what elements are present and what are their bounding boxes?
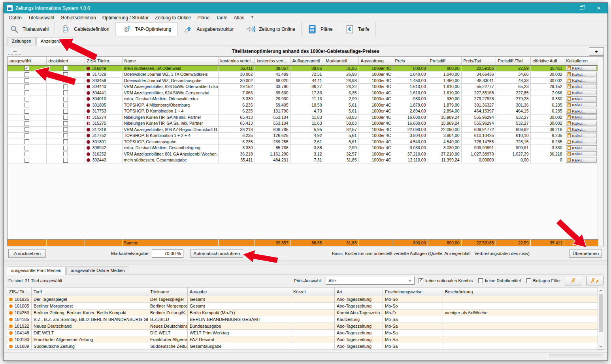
ausgewaehlt-checkbox[interactable] [25, 84, 29, 89]
menu-plaene[interactable]: Pläne [194, 14, 213, 21]
optimizer-row[interactable]: 317329Odenwälder Journal WZ, 1 TA Odenwa… [8, 71, 598, 78]
uebernehmen-button[interactable]: Übernehmen [570, 249, 602, 258]
kalkulieren-button[interactable]: Kalkul... [566, 158, 597, 163]
selection-vertical-scrollbar[interactable] [598, 287, 604, 350]
ausgewaehlt-checkbox[interactable] [25, 115, 29, 120]
menu-daten[interactable]: Daten [6, 14, 25, 21]
optimizer-row[interactable]: 301801TOPSHOP, Gesamtausgabe6.235239.255… [8, 139, 598, 145]
selection-column-header[interactable]: Tarif [32, 287, 148, 296]
optimizer-column-header[interactable]: Preis [393, 57, 428, 65]
selection-column-header[interactable]: Beschränkung [443, 287, 598, 296]
menu-zeitung-to-online[interactable]: Zeitung to Online [152, 14, 194, 21]
ausgewaehlt-checkbox[interactable] [25, 139, 29, 144]
selection-column-header[interactable]: Art [335, 287, 383, 296]
kalkulieren-button[interactable]: Kalkul... [566, 139, 597, 144]
checkbox-icon[interactable] [526, 278, 531, 283]
scroll-up-icon[interactable] [598, 287, 604, 293]
kalkulieren-button[interactable]: Kalkul... [566, 151, 597, 156]
optimizer-row[interactable]: 316252VRM Anzeigenblätter, 801 GA Anzeig… [8, 151, 598, 157]
optimizer-column-header[interactable]: kostenlos vert... [255, 57, 290, 65]
deaktiviert-checkbox[interactable] [63, 72, 68, 77]
selection-row[interactable]: 104250Berliner Zeitung, Berliner Kurier:… [7, 310, 598, 316]
optimizer-row[interactable]: 309942extra, DiesbachMedien, Gesamtbeleg… [8, 145, 598, 151]
deaktiviert-checkbox[interactable] [63, 139, 68, 144]
deaktiviert-checkbox[interactable] [63, 121, 68, 126]
automatisch-ausfuehren-button[interactable]: Automatisch ausführen [190, 249, 243, 258]
toolbar-tab-gebietsdefinition[interactable]: Gebietsdefinition [55, 22, 115, 36]
ausgewaehlt-checkbox[interactable] [25, 133, 29, 138]
tab-ausgewaehlte-print-medien[interactable]: ausgewählte Print-Medien [7, 266, 66, 275]
optimizer-column-header[interactable]: Kalkulieren [564, 57, 598, 65]
optimizer-vertical-scrollbar[interactable] [598, 57, 603, 246]
restore-icon[interactable] [573, 3, 590, 13]
ausgewaehlt-checkbox[interactable] [25, 103, 29, 107]
kalkulieren-button[interactable]: Kalkul... [566, 102, 597, 107]
selection-row[interactable]: 101925Der TagesspiegelDer TagesspiegelGe… [7, 296, 598, 303]
ausgewaehlt-checkbox[interactable] [25, 72, 29, 77]
splitter[interactable] [4, 261, 607, 265]
clear-selection-button[interactable]: ✗ [565, 276, 582, 285]
optimizer-column-header[interactable]: Name [122, 57, 218, 65]
deaktiviert-checkbox[interactable] [63, 103, 68, 107]
ausgewaehlt-checkbox[interactable] [25, 121, 29, 126]
filter-checkbox-2[interactable]: keine Rubrikentitel [478, 278, 521, 283]
menu-optimierung-struktur[interactable]: Optimierung / Struktur [99, 14, 152, 21]
menu-tarife[interactable]: Tarife [213, 14, 230, 21]
selection-column-header[interactable]: Titelname [148, 287, 188, 296]
kalkulieren-button[interactable]: Kalkul... [566, 121, 597, 126]
kalkulieren-button[interactable]: Kalkul... [566, 114, 597, 120]
deaktiviert-checkbox[interactable] [63, 115, 68, 120]
deaktiviert-checkbox[interactable] [63, 109, 68, 114]
ausgewaehlt-checkbox[interactable] [25, 78, 29, 83]
kalkulieren-button[interactable]: Kalkul... [566, 127, 597, 132]
zuruecksetzen-button[interactable]: Zurücksetzen [8, 249, 46, 258]
kalkulieren-button[interactable]: Kalkul... [566, 109, 597, 114]
deaktiviert-checkbox[interactable] [63, 97, 68, 101]
clear-all-button[interactable]: ✗✗ [586, 276, 603, 285]
kalkulieren-button[interactable]: Kalkul... [566, 72, 597, 77]
ausgewaehlt-checkbox[interactable] [25, 127, 29, 132]
deaktiviert-checkbox[interactable] [63, 133, 68, 138]
ausgewaehlt-checkbox[interactable] [25, 97, 29, 101]
ausgewaehlt-checkbox[interactable] [25, 158, 29, 163]
toolbar-tab-ausgabenstruktur[interactable]: Ausgabenstruktur [177, 22, 240, 36]
selection-column-header[interactable]: Ausgabe [188, 287, 291, 296]
kalkulieren-button[interactable]: Kalkul... [566, 133, 597, 138]
optimizer-row[interactable]: 317318VRM Anzeigenblätter, 808 AZ Region… [8, 126, 598, 133]
close-icon[interactable]: ✕ [590, 3, 607, 13]
kalkulieren-button[interactable]: Kalkul... [566, 78, 597, 83]
kalkulieren-button[interactable]: Kalkul... [566, 66, 597, 71]
minimize-icon[interactable] [555, 3, 573, 13]
selection-row[interactable]: 100130Frankfurter Allgemeine ZeitungFran… [7, 336, 598, 343]
optimizer-column-header[interactable]: Marktanteil [324, 57, 358, 65]
ausgewaehlt-checkbox[interactable] [25, 90, 29, 95]
optimizer-row[interactable]: 315274Nibelungen Kurier/TIP, GA Mi inkl.… [8, 114, 598, 120]
optimizer-row[interactable]: 317753TOPSHOP, D Kombination 1 + 46.2351… [8, 108, 598, 114]
optimizer-row[interactable]: 315275Nibelungen Kurier/TIP, GA Sa. inkl… [8, 120, 598, 127]
kalkulieren-button[interactable]: Kalkul... [566, 145, 597, 150]
checkbox-icon[interactable] [478, 278, 483, 283]
toolbar-tab-plaene[interactable]: Pläne [302, 22, 339, 36]
menu-help[interactable]: ? [247, 14, 256, 21]
subtab-anzeigenblaetter[interactable]: Anzeigenblätter [36, 37, 75, 45]
selection-row[interactable]: 101922Neues DeutschlandNeues Deutschland… [7, 323, 598, 330]
filter-checkbox-3[interactable]: Beilagen Filter [526, 278, 561, 283]
ausgewaehlt-checkbox[interactable] [25, 66, 29, 71]
optimizer-column-header[interactable]: Preis/Tsd [461, 57, 496, 65]
optimizer-column-header[interactable]: Auflagenanteil [290, 57, 324, 65]
selection-row[interactable]: 101005Berliner MorgenpostBerliner Morgen… [7, 303, 598, 310]
checkbox-icon[interactable] [419, 278, 423, 283]
toolbar-tab-zeitung-to-online[interactable]: Zeitung to Online [240, 22, 302, 36]
toolbar-tab-tap-optimierung[interactable]: ⚙⚙ TAP-Optimierung [116, 22, 178, 36]
optimizer-row[interactable]: 317752TOPSHOP, B Kombination 1 + 2 + 46.… [8, 133, 598, 139]
tab-ausgewaehlte-online-medien[interactable]: ausgewählte Online-Medien [66, 266, 129, 274]
print-auswahl-select[interactable]: Alle [326, 277, 415, 285]
optimizer-column-header[interactable]: Preisdiff./Tsd [496, 57, 530, 65]
kalkulieren-button[interactable]: Kalkul... [566, 84, 597, 89]
deaktiviert-checkbox[interactable] [63, 127, 68, 132]
optimizer-column-header[interactable]: ausgewählt [8, 57, 46, 65]
markanteilvorgabe-input[interactable] [152, 250, 183, 258]
optimizer-column-header[interactable]: kostenlos vertei... [218, 57, 255, 65]
kalkulieren-button[interactable]: Kalkul... [566, 90, 597, 95]
toolbar-tab-titelauswahl[interactable]: Titelauswahl [4, 22, 55, 36]
